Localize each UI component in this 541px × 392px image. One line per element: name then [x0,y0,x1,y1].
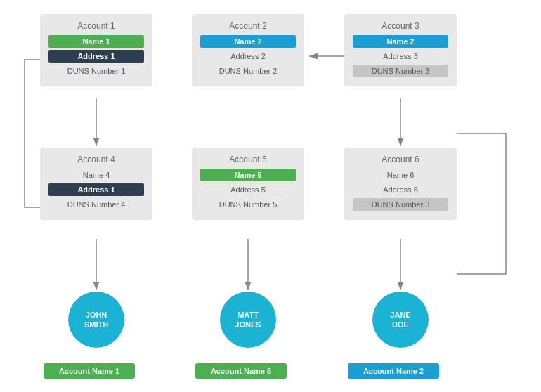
card-title-account5: Account 5 [200,155,296,164]
card-row-account6-0: Name 6 [353,169,448,181]
card-title-account4: Account 4 [48,155,144,164]
account-card-account3: Account 3Name 2Address 3DUNS Number 3 [344,14,457,86]
account-card-account6: Account 6Name 6Address 6DUNS Number 3 [344,148,457,220]
account-badge-badge5: Account Name 5 [195,363,287,379]
card-row-account6-1: Address 6 [353,183,448,196]
person-circle-matt: MATT JONES [220,292,276,348]
card-row-account5-0: Name 5 [200,169,296,181]
card-row-account5-2: DUNS Number 5 [200,198,296,211]
account-card-account4: Account 4Name 4Address 1DUNS Number 4 [40,148,152,220]
card-row-account3-1: Address 3 [353,50,448,63]
account-card-account1: Account 1Name 1Address 1DUNS Number 1 [40,14,152,86]
card-row-account1-1: Address 1 [48,50,144,63]
card-row-account3-0: Name 2 [353,35,448,48]
card-row-account1-0: Name 1 [48,35,144,48]
card-row-account4-2: DUNS Number 4 [48,198,144,211]
account-card-account2: Account 2Name 2Address 2DUNS Number 2 [192,14,304,86]
card-row-account1-2: DUNS Number 1 [48,65,144,77]
card-row-account2-1: Address 2 [200,50,296,63]
card-title-account6: Account 6 [353,155,448,164]
account-badge-badge2: Account Name 2 [348,363,439,379]
diagram: Account 1Name 1Address 1DUNS Number 1Acc… [0,0,541,392]
person-circle-jane: JANE DOE [372,292,429,348]
card-title-account2: Account 2 [200,21,296,31]
card-row-account5-1: Address 5 [200,183,296,196]
account-badge-badge1: Account Name 1 [44,363,135,379]
card-title-account3: Account 3 [353,21,448,31]
card-row-account2-0: Name 2 [200,35,296,48]
card-title-account1: Account 1 [48,21,144,31]
card-row-account3-2: DUNS Number 3 [353,65,448,77]
card-row-account6-2: DUNS Number 3 [353,198,448,211]
card-row-account2-2: DUNS Number 2 [200,65,296,77]
account-card-account5: Account 5Name 5Address 5DUNS Number 5 [192,148,304,220]
person-circle-john: JOHN SMITH [68,292,124,348]
card-row-account4-0: Name 4 [48,169,144,181]
card-row-account4-1: Address 1 [48,183,144,196]
